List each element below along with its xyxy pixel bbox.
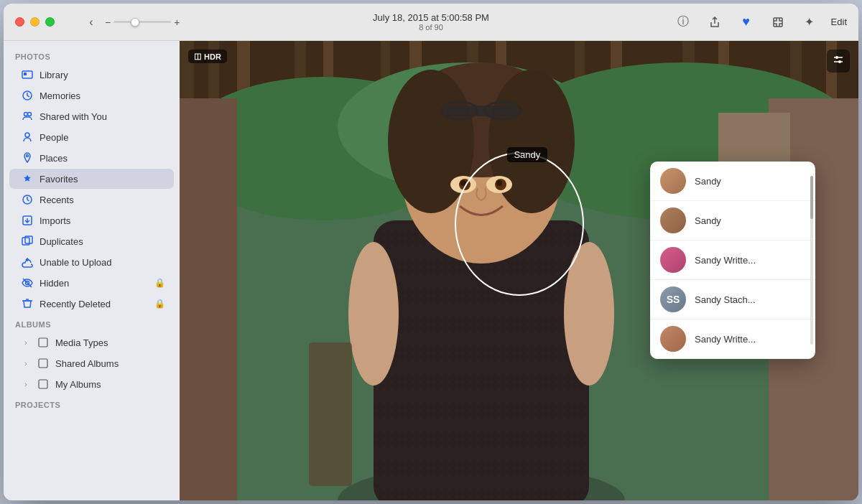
avatar-image — [660, 168, 686, 194]
popup-scrollbar-thumb — [810, 176, 813, 219]
hdr-badge: ◫ HDR — [188, 50, 227, 63]
library-label: Library — [40, 70, 165, 80]
main-content: Photos Library Memories Shared — [4, 41, 858, 500]
expand-icon: › — [21, 358, 31, 368]
person-item-sandy-writte[interactable]: Sandy Writte... — [650, 241, 815, 280]
person-item-sandy-1[interactable]: Sandy — [650, 162, 815, 201]
sidebar-item-duplicates[interactable]: Duplicates — [9, 231, 174, 251]
svg-rect-64 — [309, 342, 352, 486]
sidebar-item-shared-with-you[interactable]: Shared with You — [9, 106, 174, 126]
fullscreen-button[interactable] — [768, 12, 788, 32]
magic-wand-button[interactable]: ✦ — [800, 12, 820, 32]
slider-track[interactable] — [113, 21, 171, 23]
imports-label: Imports — [40, 215, 165, 226]
person-avatar — [660, 168, 686, 194]
recently-deleted-icon — [21, 297, 34, 310]
sidebar-item-favorites[interactable]: Favorites — [9, 169, 174, 189]
library-icon — [21, 68, 34, 81]
hidden-icon — [21, 276, 34, 289]
titlebar: ‹ − + July 18, 2015 at 5:00:58 PM 8 of 9… — [4, 4, 858, 41]
minimize-button[interactable] — [30, 17, 40, 27]
person-item-sandy-writte-2[interactable]: Sandy Writte... — [650, 319, 815, 359]
person-name: Sandy Writte... — [695, 334, 756, 345]
sidebar-item-people[interactable]: People — [9, 127, 174, 147]
hdr-cube-icon: ◫ — [194, 52, 201, 61]
sidebar-item-shared-albums[interactable]: › Shared Albums — [9, 353, 174, 373]
shared-with-you-icon — [21, 110, 34, 123]
sidebar-item-unable-to-upload[interactable]: Unable to Upload — [9, 252, 174, 272]
person-avatar — [660, 247, 686, 273]
photo-count: 8 of 90 — [373, 23, 489, 32]
favorites-icon — [21, 172, 34, 185]
media-types-icon — [37, 336, 50, 349]
sidebar-item-places[interactable]: Places — [9, 148, 174, 168]
hidden-label: Hidden — [40, 278, 149, 289]
adjust-button[interactable] — [827, 50, 850, 73]
info-button[interactable]: ⓘ — [673, 12, 693, 32]
edit-button[interactable]: Edit — [831, 17, 847, 27]
svg-rect-14 — [39, 359, 47, 368]
back-button[interactable]: ‹ — [83, 14, 99, 30]
svg-point-68 — [835, 56, 838, 59]
sidebar-item-my-albums[interactable]: › My Albums — [9, 374, 174, 394]
people-icon — [21, 131, 34, 144]
person-item-sandy-2[interactable]: Sandy — [650, 201, 815, 241]
svg-rect-0 — [774, 18, 782, 27]
photo-date: July 18, 2015 at 5:00:58 PM — [373, 12, 489, 23]
svg-rect-55 — [445, 106, 517, 116]
sidebar-item-hidden[interactable]: Hidden 🔒 — [9, 273, 174, 293]
shared-with-you-label: Shared with You — [40, 111, 165, 122]
svg-point-63 — [496, 180, 502, 186]
media-types-label: Media Types — [55, 337, 165, 348]
sidebar-item-media-types[interactable]: › Media Types — [9, 332, 174, 353]
popup-scrollbar[interactable] — [810, 176, 813, 345]
places-label: Places — [40, 153, 165, 164]
nav-controls: ‹ − + — [83, 14, 180, 30]
slider-thumb — [131, 18, 139, 27]
duplicates-label: Duplicates — [40, 236, 165, 247]
person-name: Sandy — [695, 176, 721, 187]
svg-point-69 — [838, 60, 841, 63]
avatar-image — [660, 207, 686, 233]
titlebar-center: July 18, 2015 at 5:00:58 PM 8 of 90 — [373, 12, 489, 32]
svg-point-62 — [460, 180, 466, 186]
people-label: People — [40, 132, 165, 143]
sidebar-item-library[interactable]: Library — [9, 65, 174, 85]
duplicates-icon — [21, 235, 34, 248]
shared-albums-icon — [37, 357, 50, 370]
traffic-lights — [15, 17, 55, 27]
person-avatar — [660, 207, 686, 233]
svg-rect-42 — [180, 98, 237, 500]
svg-point-7 — [27, 155, 29, 157]
close-button[interactable] — [15, 17, 24, 27]
unable-to-upload-label: Unable to Upload — [40, 257, 165, 268]
expand-icon: › — [21, 379, 31, 389]
share-button[interactable] — [705, 12, 725, 32]
svg-rect-15 — [39, 380, 47, 388]
photos-section-label: Photos — [4, 47, 180, 64]
zoom-plus-icon[interactable]: + — [174, 17, 180, 28]
recently-deleted-label: Recently Deleted — [40, 299, 149, 309]
face-name-label: Sandy — [506, 147, 547, 162]
hidden-lock-icon: 🔒 — [154, 278, 165, 288]
person-avatar: SS — [660, 286, 686, 312]
sidebar-item-recently-deleted[interactable]: Recently Deleted 🔒 — [9, 294, 174, 314]
person-item-sandy-stach[interactable]: SS Sandy Stach... — [650, 280, 815, 319]
svg-point-6 — [25, 133, 29, 137]
svg-point-50 — [564, 242, 614, 386]
sidebar-item-memories[interactable]: Memories — [9, 85, 174, 106]
favorite-button[interactable]: ♥ — [736, 12, 756, 32]
avatar-image: SS — [660, 286, 686, 312]
person-avatar — [660, 326, 686, 352]
shared-albums-label: Shared Albums — [55, 358, 165, 369]
zoom-slider[interactable]: − + — [105, 17, 180, 28]
people-popup: Sandy Sandy Sandy Writte... — [650, 162, 815, 359]
my-albums-icon — [37, 378, 50, 391]
memories-icon — [21, 89, 34, 102]
sidebar-item-imports[interactable]: Imports — [9, 210, 174, 230]
photo-container: ◫ HDR Sandy — [180, 41, 858, 500]
sidebar-item-recents[interactable]: Recents — [9, 190, 174, 210]
person-name: Sandy — [695, 215, 721, 226]
maximize-button[interactable] — [45, 17, 55, 27]
zoom-minus-icon[interactable]: − — [105, 17, 111, 28]
